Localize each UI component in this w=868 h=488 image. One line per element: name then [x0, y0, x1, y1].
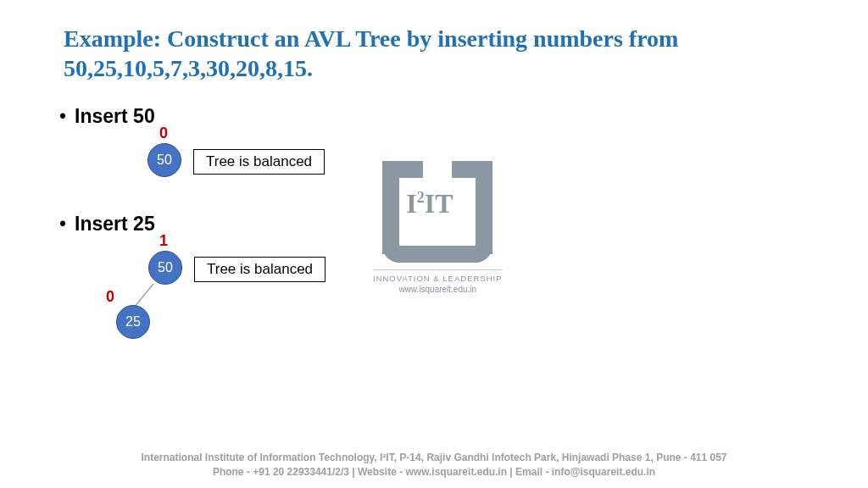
status-box: Tree is balanced: [193, 149, 325, 175]
institute-logo: I2IT INNOVATION & LEADERSHIP www.isquare…: [373, 161, 503, 294]
slide-title: Example: Construct an AVL Tree by insert…: [0, 0, 868, 83]
balance-factor: 0: [106, 288, 114, 306]
logo-tagline: INNOVATION & LEADERSHIP: [373, 269, 503, 283]
bullet-insert-50: Insert 50: [59, 105, 809, 128]
logo-url: www.isquareit.edu.in: [373, 285, 503, 294]
tree-node-50: 50: [147, 143, 181, 177]
logo-shield-icon: I2IT: [382, 161, 492, 263]
tree-node-50: 50: [148, 251, 182, 285]
footer-line-1: International Institute of Information T…: [0, 451, 868, 465]
tree-node-25: 25: [116, 305, 150, 339]
balance-factor: 1: [159, 232, 168, 250]
bullet-text: Insert 50: [75, 105, 155, 128]
slide-footer: International Institute of Information T…: [0, 451, 868, 480]
status-box: Tree is balanced: [194, 257, 326, 282]
logo-text: I2IT: [406, 188, 453, 219]
balance-factor: 0: [159, 125, 168, 142]
svg-line-0: [134, 284, 153, 308]
footer-line-2: Phone - +91 20 22933441/2/3 | Website - …: [0, 465, 868, 480]
